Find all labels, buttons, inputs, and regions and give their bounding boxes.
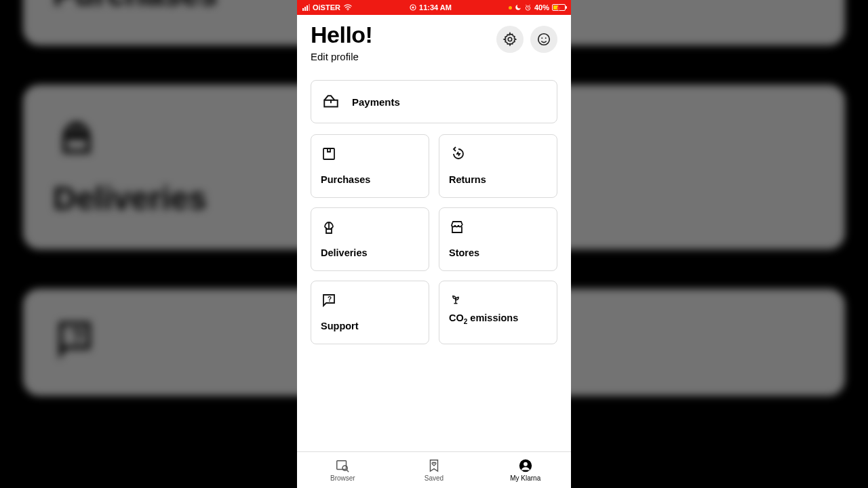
purchases-label: Purchases — [321, 174, 419, 185]
clock-label: 11:34 AM — [419, 3, 452, 12]
svg-point-8 — [541, 37, 542, 39]
purchases-tile[interactable]: Purchases — [311, 134, 429, 198]
svg-point-4 — [412, 6, 414, 8]
battery-icon — [552, 4, 566, 11]
deliveries-label: Deliveries — [321, 247, 419, 258]
tab-browser-label: Browser — [330, 474, 355, 482]
wallet-icon — [322, 93, 340, 110]
svg-point-7 — [538, 34, 550, 45]
settings-button[interactable] — [496, 26, 524, 53]
svg-text:?: ? — [71, 324, 84, 348]
support-tile[interactable]: ? Support — [311, 281, 429, 344]
stores-tile[interactable]: Stores — [439, 207, 557, 271]
svg-rect-10 — [323, 148, 334, 159]
gear-icon — [502, 32, 517, 47]
co2-tile[interactable]: CO2 emissions — [439, 281, 557, 344]
parachute-icon — [321, 219, 337, 235]
tab-myklarna-label: My Klarna — [510, 474, 540, 482]
co2-label: CO2 emissions — [449, 312, 547, 325]
phone-frame: OiSTER 11:34 AM 40% Hello! Edit profile — [297, 0, 571, 488]
svg-rect-12 — [337, 461, 347, 470]
support-label: Support — [321, 321, 419, 331]
moon-icon — [515, 4, 521, 11]
profile-icon — [518, 458, 533, 473]
returns-label: Returns — [449, 174, 547, 185]
svg-point-15 — [524, 462, 528, 466]
edit-profile-link[interactable]: Edit profile — [311, 51, 372, 62]
tab-myklarna[interactable]: My Klarna — [479, 452, 571, 488]
carrier-label: OiSTER — [313, 3, 340, 12]
battery-pct-label: 40% — [534, 3, 549, 12]
dot-indicator-icon — [509, 6, 512, 9]
saved-icon — [427, 458, 441, 473]
payments-label: Payments — [352, 96, 400, 108]
svg-text:?: ? — [328, 296, 332, 303]
box-icon — [321, 146, 337, 162]
browser-icon — [335, 458, 350, 473]
svg-point-2 — [347, 9, 348, 10]
svg-point-9 — [545, 37, 547, 39]
tab-browser[interactable]: Browser — [297, 452, 389, 488]
smiley-icon — [536, 32, 551, 47]
stores-label: Stores — [449, 247, 547, 258]
face-button[interactable] — [530, 26, 557, 53]
tab-bar: Browser Saved My Klarna — [297, 451, 571, 488]
returns-tile[interactable]: Returns — [439, 134, 557, 198]
wifi-icon — [343, 4, 353, 11]
store-icon — [449, 219, 465, 235]
tab-saved[interactable]: Saved — [389, 452, 480, 488]
support-icon: ? — [321, 292, 337, 308]
signal-bars-icon — [302, 4, 310, 11]
tab-saved-label: Saved — [425, 474, 443, 482]
payments-card[interactable]: Payments — [311, 80, 557, 123]
svg-point-6 — [508, 37, 512, 41]
alarm-icon — [524, 4, 532, 12]
plant-icon — [449, 292, 462, 306]
page-title: Hello! — [311, 22, 372, 48]
return-icon — [449, 146, 465, 162]
status-bar: OiSTER 11:34 AM 40% — [297, 0, 571, 15]
record-icon — [410, 4, 416, 11]
deliveries-tile[interactable]: Deliveries — [311, 207, 429, 271]
